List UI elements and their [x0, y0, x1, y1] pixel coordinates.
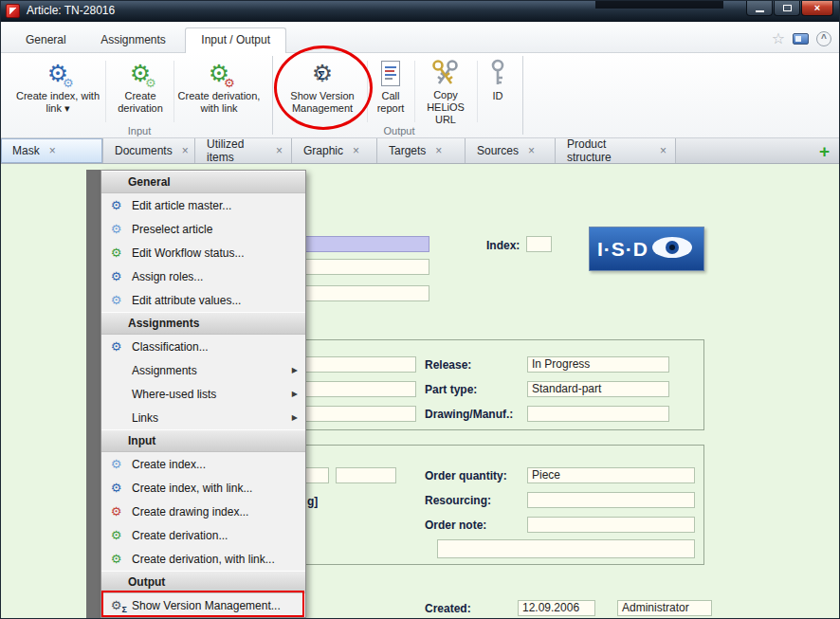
eye-icon [650, 233, 694, 265]
button-label: Create derivation [118, 90, 163, 114]
gear-icon: ⚙ [108, 223, 124, 235]
gear-icon: ⚙ [108, 199, 124, 211]
menu-item-label: Edit article master... [132, 199, 231, 212]
menu-item-create-derivation[interactable]: ⚙ Create derivation... [101, 523, 305, 547]
menu-item-edit-article-master[interactable]: ⚙ Edit article master... [101, 193, 305, 217]
gear-icon: ⚙ [108, 482, 124, 494]
menu-item-create-drawing-index[interactable]: ⚙ Create drawing index... [101, 500, 305, 523]
copy-helios-url-button[interactable]: Copy HELiOS URL [416, 56, 475, 126]
created-date-field: 12.09.2006 [518, 600, 595, 616]
release-field[interactable]: In Progress [527, 356, 669, 373]
close-tab-icon[interactable]: × [276, 145, 283, 156]
menu-item-label: Create index... [132, 458, 206, 471]
close-tab-icon[interactable]: × [182, 145, 189, 156]
menu-section-assignments: Assignments [101, 312, 305, 335]
separator [105, 61, 106, 122]
gear-icon: ⚙ [108, 340, 124, 353]
gear-icon: ⚙ [108, 246, 124, 259]
menu-item-preselect-article[interactable]: ⚙ Preselect article [101, 217, 305, 241]
panel-layout-icon[interactable] [793, 33, 809, 45]
doc-tab-targets[interactable]: Targets × [377, 138, 466, 163]
gear-icon: ⚙ [108, 505, 124, 518]
gear-icon: ⚙ [111, 598, 122, 612]
create-derivation-with-link-button[interactable]: ⚙ ⚙ Create derivation, with link [175, 56, 263, 126]
ribbon-tab-input-output[interactable]: Input / Output [185, 27, 286, 53]
sigma-icon: Σ [122, 606, 127, 614]
doc-tab-sources[interactable]: Sources × [466, 138, 556, 163]
submenu-arrow-icon: ▶ [292, 413, 298, 422]
ribbon-group-label-output: Output [280, 125, 519, 137]
app-window: Article: TN-28016 × General Assignments … [0, 0, 840, 619]
menu-item-label: Create derivation, with link... [132, 553, 275, 566]
show-version-management-button[interactable]: ⚙ Σ Show Version Management [280, 56, 365, 126]
doc-tab-mask[interactable]: Mask × [1, 138, 103, 163]
note-wide-field[interactable] [437, 539, 695, 558]
close-button[interactable]: × [801, 1, 833, 16]
close-tab-icon[interactable]: × [660, 145, 667, 156]
resourcing-field[interactable] [527, 492, 695, 508]
separator [477, 61, 478, 122]
menu-item-label: Assign roles... [132, 270, 203, 283]
close-tab-icon[interactable]: × [49, 145, 56, 156]
menu-item-links[interactable]: Links ▶ [101, 406, 305, 429]
release-label: Release: [425, 358, 471, 372]
ribbon-tab-assignments[interactable]: Assignments [85, 28, 181, 52]
close-tab-icon[interactable]: × [435, 145, 442, 156]
close-tab-icon[interactable]: × [353, 145, 359, 156]
drawing-manuf-label: Drawing/Manuf.: [425, 408, 513, 421]
submenu-arrow-icon: ▶ [292, 390, 298, 398]
ribbon-tab-general[interactable]: General [10, 28, 82, 52]
version-management-gear-icon: ⚙ Σ [280, 56, 365, 90]
doc-tab-utilized-items[interactable]: Utilized items × [195, 138, 292, 163]
doc-tab-documents[interactable]: Documents × [103, 138, 195, 163]
menu-item-label: Create derivation... [132, 529, 228, 542]
menu-item-create-index[interactable]: ⚙ Create index... [101, 452, 305, 476]
isd-logo: I·S·D [589, 227, 704, 271]
sigma-icon: Σ [318, 68, 325, 82]
order-note-field[interactable] [527, 517, 695, 533]
create-index-with-link-button[interactable]: ⚙ ⚙ Create index, with link ▾ [14, 56, 101, 126]
call-report-button[interactable]: Call report [369, 56, 412, 126]
button-label: Create derivation, with link [178, 90, 261, 114]
small-field-b[interactable] [336, 467, 396, 483]
ribbon-tab-row: General Assignments Input / Output ☆ ^ [1, 22, 839, 53]
order-quantity-field[interactable]: Piece [527, 467, 695, 483]
index-field[interactable] [526, 236, 552, 252]
collapse-ribbon-icon[interactable]: ^ [816, 31, 831, 46]
button-label: Show Version Management [290, 90, 354, 114]
drawing-manuf-field[interactable] [527, 406, 669, 422]
part-type-field[interactable]: Standard-part [527, 381, 669, 397]
doc-tab-graphic[interactable]: Graphic × [292, 138, 377, 163]
minimize-button[interactable] [746, 1, 773, 16]
menu-item-create-derivation-with-link[interactable]: ⚙ Create derivation, with link... [101, 547, 305, 571]
menu-item-edit-workflow-status[interactable]: ⚙ Edit Workflow status... [101, 241, 305, 264]
gear-icon: ⚙ [108, 294, 124, 306]
button-label: ID [493, 90, 503, 101]
create-derivation-button[interactable]: ⚙ ⚙ Create derivation [109, 56, 172, 126]
dropdown-arrow-icon: ▾ [64, 102, 70, 114]
menu-section-output: Output [101, 571, 305, 593]
gear-icon: ⚙ [108, 529, 124, 541]
menu-item-assign-roles[interactable]: ⚙ Assign roles... [101, 264, 305, 288]
maximize-icon [783, 5, 792, 11]
add-tab-button[interactable]: + [819, 142, 830, 160]
menu-item-assignments[interactable]: Assignments ▶ [101, 358, 305, 382]
menu-item-label: Edit Workflow status... [132, 246, 244, 260]
order-note-label: Order note: [425, 519, 486, 532]
menu-item-create-index-with-link[interactable]: ⚙ Create index, with link... [101, 476, 305, 500]
create-index-link-gear-icon: ⚙ ⚙ [14, 56, 101, 90]
doc-tab-product-structure[interactable]: Product structure × [556, 138, 676, 163]
separator [367, 61, 368, 122]
menu-item-edit-attribute-values[interactable]: ⚙ Edit attribute values... [101, 288, 305, 312]
menu-item-classification[interactable]: ⚙ Classification... [101, 335, 305, 358]
maximize-button[interactable] [774, 1, 800, 16]
menu-item-show-version-management[interactable]: ⚙ Σ Show Version Management... [101, 593, 305, 617]
gear-icon: ⚙ [108, 270, 124, 282]
favorite-star-icon[interactable]: ☆ [772, 31, 785, 46]
titlebar[interactable]: Article: TN-28016 × [1, 1, 839, 22]
resourcing-label: Resourcing: [425, 494, 491, 507]
app-icon [6, 4, 20, 18]
id-button[interactable]: ID [479, 56, 517, 126]
menu-item-where-used-lists[interactable]: Where-used lists ▶ [101, 382, 305, 406]
close-tab-icon[interactable]: × [528, 145, 535, 156]
